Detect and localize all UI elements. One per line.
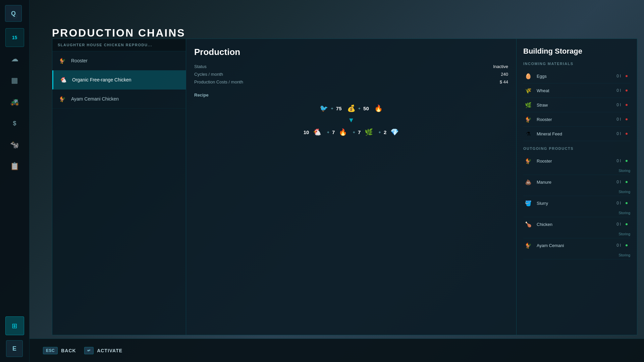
recipe-arrow: ▼ <box>348 116 355 124</box>
eggs-amount: 0 l <box>616 74 621 78</box>
weather-icon: ☁ <box>11 55 18 63</box>
costs-label: Production Costs / month <box>194 79 243 84</box>
stat-row-cycles: Cycles / month 240 <box>194 72 508 77</box>
stat-row-status: Status Inactive <box>194 64 508 69</box>
wheat-amount: 0 l <box>616 88 621 93</box>
sidebar-item-animals[interactable]: 🐄 <box>5 135 24 154</box>
rooster-in-amount: 0 l <box>616 117 621 122</box>
calendar-icon: 15 <box>12 35 17 40</box>
list-item-ayam-cemani[interactable]: 🐓 Ayam Cemani Chicken <box>52 89 186 109</box>
input-num-2: 50 <box>363 106 369 111</box>
slurry-icon: 🪣 <box>523 198 533 208</box>
storage-panel: Building Storage INCOMING MATERIALS 🥚 Eg… <box>517 39 637 335</box>
rooster-out-sub: Storing <box>523 168 630 175</box>
activate-key-badge: ↵ <box>84 347 94 354</box>
storage-outgoing-ayam-cemani: 🐓 Ayam Cemani 0 l Storing <box>523 238 630 259</box>
ayam-cemani-sub: Storing <box>523 252 630 259</box>
sidebar-item-weather[interactable]: ☁ <box>5 50 24 68</box>
recipe-inputs-row: 🐦 + 75 💰 + 50 🔥 <box>320 104 383 112</box>
manure-name: Manure <box>537 180 613 185</box>
storage-item-slurry: 🪣 Slurry 0 l <box>523 196 630 210</box>
storage-item-eggs: 🥚 Eggs 0 l <box>523 69 630 83</box>
bottom-bar: ESC BACK ↵ ACTIVATE <box>30 339 644 362</box>
chicken-name: Chicken <box>537 222 613 227</box>
input-icon-3: 🔥 <box>374 104 383 112</box>
manure-indicator <box>626 181 628 183</box>
output-icon-3: 🌿 <box>365 128 373 136</box>
activate-label: ACTIVATE <box>97 348 122 353</box>
chain-list-header: SLAUGHTER HOUSE CHICKEN REPRODU... <box>52 39 186 51</box>
wheat-icon: 🌾 <box>523 85 533 96</box>
storage-item-wheat: 🌾 Wheat 0 l <box>523 83 630 98</box>
back-button[interactable]: ESC BACK <box>43 347 76 354</box>
notebook-icon: 📋 <box>10 162 19 171</box>
back-label: BACK <box>61 348 76 353</box>
slurry-sub: Storing <box>523 210 630 217</box>
sidebar-item-calendar[interactable]: 15 <box>5 28 24 47</box>
rooster-icon: 🐓 <box>58 56 67 65</box>
mineral-feed-amount: 0 l <box>616 131 621 136</box>
storage-outgoing-rooster: 🐓 Rooster 0 l Storing <box>523 154 630 175</box>
cycles-label: Cycles / month <box>194 72 223 77</box>
output-num-4: 2 <box>384 129 386 135</box>
sidebar-item-economy[interactable]: $ <box>5 114 24 133</box>
storage-item-chicken: 🍗 Chicken 0 l <box>523 217 630 231</box>
output-plus-3: + <box>378 130 381 135</box>
activate-button[interactable]: ↵ ACTIVATE <box>84 347 122 354</box>
sidebar-item-production[interactable]: ⊞ <box>5 316 24 335</box>
output-plus-1: + <box>327 130 329 135</box>
sidebar-item-tractor[interactable]: 🚜 <box>5 93 24 111</box>
straw-icon: 🌿 <box>523 100 533 110</box>
rooster-in-icon: 🐓 <box>523 114 533 124</box>
stats-icon: ▦ <box>11 76 18 85</box>
list-item-organic-chicken[interactable]: 🐔 Organic Free-range Chicken <box>52 70 186 89</box>
storage-title: Building Storage <box>523 47 630 56</box>
status-label: Status <box>194 64 207 69</box>
output-icon-1: 🐔 <box>313 128 321 136</box>
back-key-badge: ESC <box>43 347 58 354</box>
input-plus-2: + <box>358 106 361 111</box>
chicken-indicator <box>626 223 628 225</box>
ayam-cemani-out-indicator <box>626 244 628 246</box>
manure-amount: 0 l <box>616 180 621 184</box>
production-panel: Production Status Inactive Cycles / mont… <box>186 39 517 335</box>
ayam-cemani-icon: 🐓 <box>58 94 67 104</box>
rooster-in-name: Rooster <box>537 117 613 122</box>
eggs-icon: 🥚 <box>523 71 533 81</box>
panels-container: SLAUGHTER HOUSE CHICKEN REPRODU... 🐓 Roo… <box>52 39 637 335</box>
mineral-feed-indicator <box>626 133 628 135</box>
mineral-feed-name: Mineral Feed <box>537 131 613 136</box>
rooster-out-indicator <box>626 160 628 162</box>
storage-item-mineral-feed: ⚗ Mineral Feed 0 l <box>523 127 630 141</box>
storage-item-straw: 🌿 Straw 0 l <box>523 98 630 112</box>
eggs-indicator <box>626 75 628 77</box>
rooster-out-amount: 0 l <box>616 159 621 163</box>
wheat-name: Wheat <box>537 88 613 93</box>
production-icon: ⊞ <box>12 322 17 330</box>
manure-icon: 💩 <box>523 177 533 187</box>
production-title: Production <box>194 47 508 57</box>
page-title: PRODUCTION CHAINS <box>52 27 185 39</box>
straw-name: Straw <box>537 103 613 108</box>
costs-value: $ 44 <box>500 79 508 84</box>
organic-chicken-icon: 🐔 <box>59 75 68 84</box>
input-plus-1: + <box>331 106 333 111</box>
input-icon-1: 🐦 <box>320 104 328 112</box>
list-item-rooster[interactable]: 🐓 Rooster <box>52 51 186 70</box>
rooster-out-icon: 🐓 <box>523 156 533 166</box>
output-icon-4: 💎 <box>390 128 399 136</box>
wheat-indicator <box>626 89 628 92</box>
rooster-label: Rooster <box>71 58 88 63</box>
sidebar-item-stats[interactable]: ▦ <box>5 71 24 90</box>
output-num-1: 10 <box>304 129 309 135</box>
recipe-container: 🐦 + 75 💰 + 50 🔥 ▼ 10 🐔 + 7 🔥 + 7 🌿 + <box>194 104 508 136</box>
chicken-amount: 0 l <box>616 222 621 227</box>
recipe-outputs-row: 10 🐔 + 7 🔥 + 7 🌿 + 2 💎 <box>304 128 399 136</box>
sidebar-item-notebook[interactable]: 📋 <box>5 157 24 176</box>
q-button[interactable]: Q <box>5 5 22 22</box>
input-icon-2: 💰 <box>347 104 356 112</box>
e-button[interactable]: E <box>6 340 23 357</box>
storage-outgoing-slurry: 🪣 Slurry 0 l Storing <box>523 196 630 217</box>
rooster-in-indicator <box>626 118 628 120</box>
straw-amount: 0 l <box>616 103 621 107</box>
